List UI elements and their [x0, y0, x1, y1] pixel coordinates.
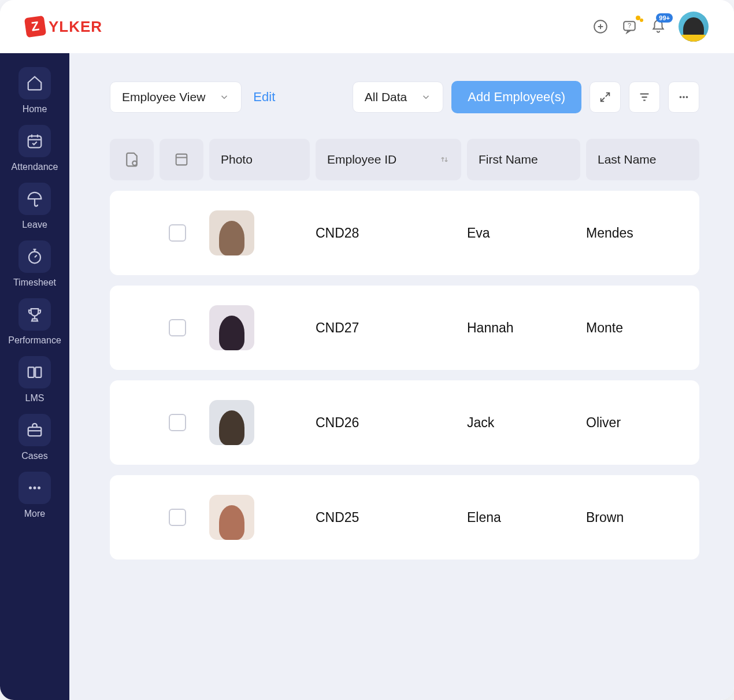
- logo-badge: Z: [24, 16, 46, 38]
- more-actions-button[interactable]: [668, 82, 699, 113]
- briefcase-icon: [18, 414, 51, 446]
- employee-photo: [209, 400, 254, 445]
- svg-point-19: [29, 487, 32, 490]
- first-name: Eva: [467, 225, 580, 241]
- table-header: Photo Employee ID First Name Last Name: [110, 139, 699, 180]
- employee-photo: [209, 305, 254, 350]
- expand-button[interactable]: [590, 82, 621, 113]
- help-chat-icon[interactable]: ?: [621, 18, 638, 35]
- filter-button[interactable]: [629, 82, 660, 113]
- employee-table: Photo Employee ID First Name Last Name C…: [110, 139, 699, 570]
- select-all-button[interactable]: [160, 139, 203, 180]
- umbrella-icon: [18, 183, 51, 215]
- sidebar-item-label: Attendance: [12, 162, 58, 172]
- column-header-last-name[interactable]: Last Name: [586, 139, 699, 180]
- table-row[interactable]: CND26 Jack Oliver: [110, 380, 699, 465]
- table-row[interactable]: CND27 Hannah Monte: [110, 286, 699, 370]
- main-content: Employee View Edit All Data Add Employee…: [69, 53, 734, 700]
- trophy-icon: [18, 298, 51, 331]
- document-gear-icon: [123, 151, 140, 168]
- svg-point-29: [686, 96, 688, 98]
- logo-text: YLKER: [49, 18, 102, 36]
- sidebar-item-more[interactable]: More: [0, 472, 69, 519]
- svg-rect-17: [28, 427, 42, 436]
- more-horizontal-icon: [677, 91, 690, 103]
- first-name: Elena: [467, 510, 580, 525]
- sidebar-item-cases[interactable]: Cases: [0, 414, 69, 461]
- notification-badge: 99+: [656, 13, 673, 23]
- expand-icon: [599, 91, 611, 103]
- view-select-label: Employee View: [122, 90, 205, 104]
- svg-point-28: [683, 96, 685, 98]
- last-name: Oliver: [586, 415, 688, 431]
- row-checkbox[interactable]: [169, 224, 186, 242]
- sidebar-item-home[interactable]: Home: [0, 67, 69, 114]
- chevron-down-icon: [421, 92, 431, 102]
- sidebar-item-label: Leave: [22, 220, 47, 230]
- row-checkbox[interactable]: [169, 414, 186, 431]
- svg-line-22: [606, 93, 609, 97]
- sidebar-item-label: Home: [23, 104, 47, 114]
- sidebar-item-performance[interactable]: Performance: [0, 298, 69, 346]
- header-actions: ? 99+: [592, 12, 709, 42]
- table-row[interactable]: CND25 Elena Brown: [110, 475, 699, 560]
- column-settings-button[interactable]: [110, 139, 154, 180]
- first-name: Jack: [467, 415, 580, 431]
- sidebar: Home Attendance Leave Timesheet: [0, 53, 69, 700]
- home-icon: [18, 67, 51, 99]
- sort-icon: [439, 154, 450, 165]
- chevron-down-icon: [219, 92, 229, 102]
- logo[interactable]: Z YLKER: [25, 17, 102, 36]
- panel-icon: [173, 151, 190, 168]
- toolbar: Employee View Edit All Data Add Employee…: [110, 81, 699, 113]
- sidebar-item-leave[interactable]: Leave: [0, 183, 69, 230]
- sidebar-item-attendance[interactable]: Attendance: [0, 125, 69, 172]
- svg-text:?: ?: [628, 22, 631, 29]
- stopwatch-icon: [18, 240, 51, 273]
- data-filter-label: All Data: [365, 90, 407, 104]
- sidebar-item-label: Timesheet: [13, 277, 56, 288]
- first-name: Hannah: [467, 320, 580, 336]
- last-name: Mendes: [586, 225, 688, 241]
- svg-line-23: [601, 98, 605, 101]
- column-header-first-name[interactable]: First Name: [467, 139, 580, 180]
- header: Z YLKER ? 99+: [0, 0, 734, 53]
- last-name: Brown: [586, 510, 688, 525]
- book-icon: [18, 356, 51, 388]
- user-avatar[interactable]: [679, 12, 709, 42]
- employee-id: CND27: [316, 320, 461, 336]
- employee-id: CND25: [316, 510, 461, 525]
- employee-photo: [209, 495, 254, 540]
- row-checkbox[interactable]: [169, 319, 186, 336]
- svg-rect-31: [176, 154, 187, 165]
- sidebar-item-lms[interactable]: LMS: [0, 356, 69, 403]
- view-select[interactable]: Employee View: [110, 82, 242, 113]
- employee-photo: [209, 210, 254, 255]
- svg-point-20: [34, 487, 36, 490]
- add-icon[interactable]: [592, 18, 609, 35]
- svg-point-27: [680, 96, 682, 98]
- sidebar-item-label: More: [24, 509, 45, 519]
- table-row[interactable]: CND28 Eva Mendes: [110, 191, 699, 275]
- sidebar-item-timesheet[interactable]: Timesheet: [0, 240, 69, 288]
- calendar-check-icon: [18, 125, 51, 157]
- edit-link[interactable]: Edit: [253, 90, 275, 105]
- column-header-employee-id[interactable]: Employee ID: [316, 139, 461, 180]
- svg-rect-5: [28, 136, 42, 147]
- employee-id: CND26: [316, 415, 461, 431]
- filter-icon: [638, 91, 651, 103]
- row-checkbox[interactable]: [169, 509, 186, 526]
- sidebar-item-label: LMS: [25, 393, 45, 403]
- sidebar-item-label: Performance: [8, 335, 61, 346]
- sidebar-item-label: Cases: [21, 451, 47, 461]
- more-icon: [18, 472, 51, 504]
- add-employee-button[interactable]: Add Employee(s): [451, 81, 581, 113]
- employee-id: CND28: [316, 225, 461, 241]
- notifications-icon[interactable]: 99+: [650, 18, 667, 35]
- svg-rect-15: [28, 367, 34, 377]
- column-header-photo[interactable]: Photo: [209, 139, 310, 180]
- data-filter-select[interactable]: All Data: [353, 82, 444, 113]
- column-header-label: Employee ID: [327, 153, 396, 166]
- svg-point-30: [132, 161, 137, 166]
- last-name: Monte: [586, 320, 688, 336]
